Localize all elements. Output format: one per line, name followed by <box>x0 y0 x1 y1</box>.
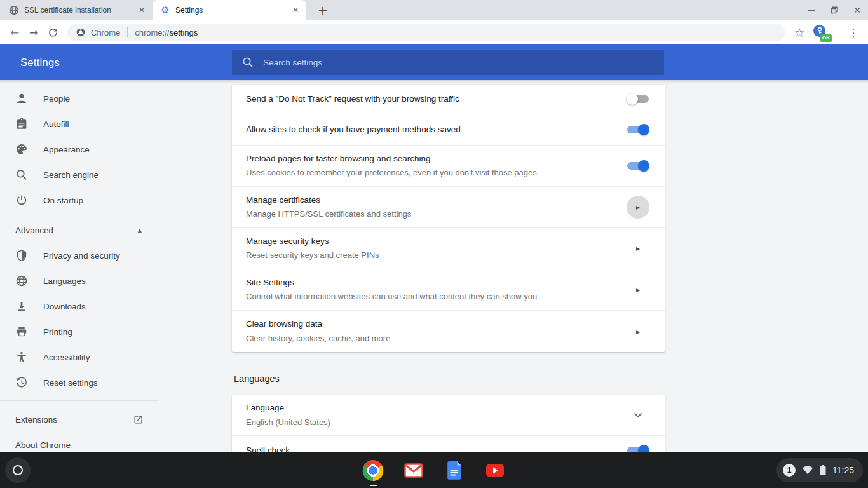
sidebar-item-people[interactable]: People <box>0 86 159 111</box>
notification-count-badge: 1 <box>783 464 796 477</box>
payment-methods-toggle[interactable] <box>627 126 649 133</box>
person-icon <box>15 92 28 105</box>
sidebar-item-privacy-and-security[interactable]: Privacy and security <box>0 243 159 268</box>
setting-row-do-not-track: Send a "Do Not Track" request with your … <box>232 85 665 114</box>
browser-toolbar: ← → Chrome chrome://settings ☆ OK ⋮ <box>0 20 868 44</box>
bookmark-star-icon[interactable]: ☆ <box>790 23 809 42</box>
gmail-app-icon[interactable] <box>403 460 424 481</box>
tab-title: Settings <box>175 6 290 15</box>
autofill-icon <box>15 118 28 130</box>
spell-check-toggle[interactable] <box>627 447 649 452</box>
sidebar-item-about-chrome[interactable]: About Chrome <box>0 432 159 452</box>
setting-row-clear-browsing-data[interactable]: Clear browsing data Clear history, cooki… <box>232 311 665 352</box>
launcher-button[interactable] <box>5 458 31 483</box>
close-tab-icon[interactable]: ✕ <box>290 4 301 16</box>
sidebar-item-label: Languages <box>43 276 86 286</box>
settings-sidebar: People Autofill Appearance Search engine… <box>0 80 159 452</box>
setting-title: Allow sites to check if you have payment… <box>246 124 614 135</box>
sidebar-item-accessibility[interactable]: Accessibility <box>0 344 159 370</box>
sidebar-item-languages[interactable]: Languages <box>0 268 159 294</box>
sidebar-item-printing[interactable]: Printing <box>0 319 159 344</box>
extension-ok-badge: OK <box>820 34 832 42</box>
setting-row-language[interactable]: Language English (United States) <box>232 395 665 436</box>
forward-button[interactable]: → <box>24 23 43 42</box>
restore-icon <box>15 376 28 389</box>
youtube-app-icon[interactable] <box>485 460 506 481</box>
preload-pages-toggle[interactable] <box>627 162 649 170</box>
setting-subtitle: Reset security keys and create PINs <box>246 250 614 261</box>
accessibility-icon <box>15 351 28 363</box>
sidebar-item-on-startup[interactable]: On startup <box>0 187 159 213</box>
settings-header: Settings <box>0 44 868 80</box>
sidebar-item-downloads[interactable]: Downloads <box>0 294 159 319</box>
omnibox-divider <box>127 27 128 37</box>
tab-ssl-certificate-installation[interactable]: SSL certificate installation ✕ <box>1 0 153 20</box>
setting-value: English (United States) <box>246 417 614 428</box>
settings-search-input[interactable] <box>263 58 654 67</box>
docs-app-icon[interactable] <box>444 460 465 481</box>
battery-icon <box>820 465 826 475</box>
subpage-arrow-icon[interactable]: ▸ <box>636 203 640 212</box>
password-extension-icon[interactable]: OK <box>811 23 831 42</box>
setting-title: Language <box>246 402 614 414</box>
setting-title: Clear browsing data <box>246 318 614 330</box>
settings-page: People Autofill Appearance Search engine… <box>0 80 868 452</box>
settings-search-bar[interactable] <box>232 50 664 75</box>
subpage-arrow-icon[interactable]: ▸ <box>636 285 640 294</box>
setting-row-manage-security-keys[interactable]: Manage security keys Reset security keys… <box>232 228 665 269</box>
setting-title: Manage security keys <box>246 236 614 247</box>
globe-favicon-icon <box>9 5 19 15</box>
sidebar-item-label: Appearance <box>43 145 90 154</box>
setting-row-preload-pages: Preload pages for faster browsing and se… <box>232 146 665 187</box>
setting-row-manage-certificates[interactable]: Manage certificates Manage HTTPS/SSL cer… <box>232 187 665 228</box>
address-bar[interactable]: Chrome chrome://settings <box>67 24 785 41</box>
sidebar-divider <box>0 400 159 401</box>
browser-menu-kebab-icon[interactable]: ⋮ <box>844 23 863 42</box>
about-label: About Chrome <box>15 440 71 450</box>
setting-subtitle: Control what information websites can us… <box>246 292 614 302</box>
close-tab-icon[interactable]: ✕ <box>136 4 147 16</box>
close-window-button[interactable]: ✕ <box>853 6 862 15</box>
sidebar-item-autofill[interactable]: Autofill <box>0 111 159 137</box>
languages-card: Language English (United States) Spell c… <box>232 395 665 452</box>
toolbar-divider <box>837 27 837 38</box>
setting-row-payment-methods: Allow sites to check if you have payment… <box>232 114 665 146</box>
setting-row-site-settings[interactable]: Site Settings Control what information w… <box>232 269 665 311</box>
page-title: Settings <box>20 57 60 69</box>
sidebar-item-label: Printing <box>43 327 72 337</box>
new-tab-button[interactable]: + <box>314 1 332 19</box>
sidebar-item-label: Accessibility <box>43 353 90 362</box>
setting-subtitle: Manage HTTPS/SSL certificates and settin… <box>246 209 614 220</box>
subpage-arrow-icon[interactable]: ▸ <box>636 327 640 336</box>
chrome-logo-icon <box>76 28 85 37</box>
minimize-button[interactable] <box>807 6 816 15</box>
sidebar-item-appearance[interactable]: Appearance <box>0 137 159 162</box>
sidebar-item-label: Autofill <box>43 119 69 129</box>
sidebar-item-label: Reset settings <box>43 378 98 388</box>
setting-subtitle: Uses cookies to remember your preference… <box>246 168 614 179</box>
advanced-label: Advanced <box>15 226 53 235</box>
languages-section-header: Languages <box>234 374 280 384</box>
setting-title: Send a "Do Not Track" request with your … <box>246 93 614 105</box>
search-engine-label: Chrome <box>91 28 120 37</box>
status-tray[interactable]: 1 11:25 <box>776 458 863 482</box>
power-icon <box>15 194 28 207</box>
setting-title: Site Settings <box>246 277 614 288</box>
reload-button[interactable] <box>43 23 62 42</box>
chrome-app-icon[interactable] <box>363 460 384 481</box>
sidebar-item-search-engine[interactable]: Search engine <box>0 162 159 187</box>
setting-title: Preload pages for faster browsing and se… <box>246 153 614 165</box>
tab-strip: SSL certificate installation ✕ ⚙ Setting… <box>0 0 868 20</box>
tab-settings[interactable]: ⚙ Settings ✕ <box>153 0 306 20</box>
sidebar-item-label: Search engine <box>43 170 98 180</box>
extensions-label: Extensions <box>15 415 57 424</box>
sidebar-advanced-toggle[interactable]: Advanced ▲ <box>0 217 159 243</box>
sidebar-item-extensions[interactable]: Extensions <box>0 407 159 432</box>
shield-icon <box>15 249 28 262</box>
subpage-arrow-icon[interactable]: ▸ <box>636 244 640 253</box>
chevron-down-icon[interactable] <box>634 412 642 418</box>
do-not-track-toggle[interactable] <box>627 95 649 103</box>
back-button[interactable]: ← <box>5 23 24 42</box>
restore-button[interactable] <box>830 6 839 15</box>
sidebar-item-reset-settings[interactable]: Reset settings <box>0 370 159 395</box>
